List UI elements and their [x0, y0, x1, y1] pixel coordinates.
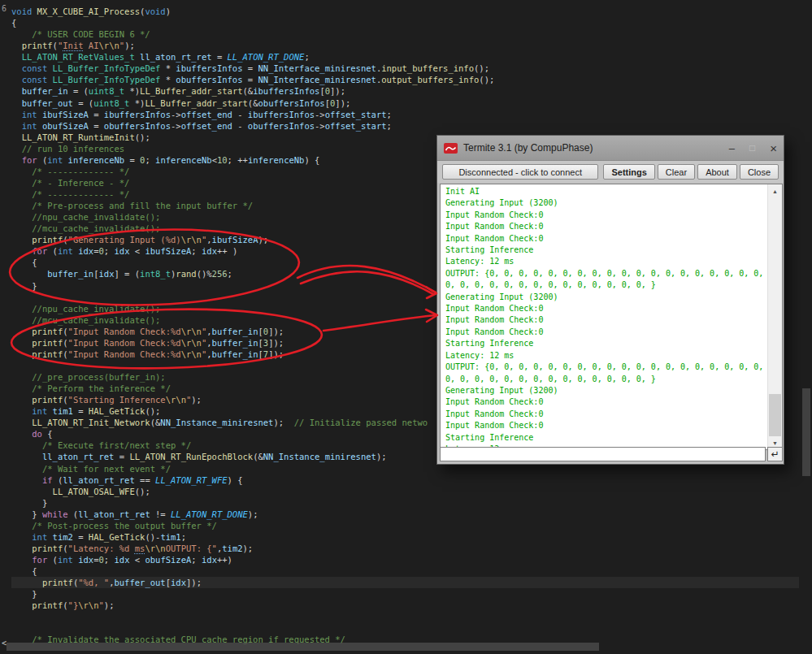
- terminal-line: Latency: 12 ms: [445, 256, 766, 267]
- termite-window: Termite 3.1 (by CompuPhase) – □ × Discon…: [436, 135, 784, 465]
- code-line: [11, 611, 799, 622]
- code-line: buffer_in = (uint8_t *)LL_Buffer_addr_st…: [11, 85, 799, 97]
- terminal-line: Input Random Check:0: [445, 303, 766, 314]
- terminal-input[interactable]: [440, 447, 766, 461]
- code-line: {: [11, 17, 799, 28]
- settings-button[interactable]: Settings: [603, 164, 654, 180]
- terminal-scrollbar[interactable]: ▲ ▼: [767, 184, 782, 449]
- window-title: Termite 3.1 (by CompuPhase): [463, 142, 593, 154]
- termite-app-icon: [444, 143, 458, 154]
- code-line: /* USER CODE BEGIN 6 */: [11, 28, 799, 40]
- terminal-line: 0, 0, 0, 0, 0, 0, 0, 0, 0, 0, 0, 0, 0, 0…: [445, 279, 766, 291]
- maximize-icon[interactable]: □: [749, 143, 755, 153]
- code-line: [11, 622, 799, 634]
- terminal-panel: Init AIGenerating Input (3200)Input Rand…: [440, 184, 783, 450]
- terminal-line: Generating Input (3200): [445, 292, 766, 303]
- code-line: printf("}\r\n");: [11, 600, 799, 611]
- terminal-line: Input Random Check:0: [445, 314, 766, 326]
- editor-horizontal-scrollbar-thumb[interactable]: [7, 643, 599, 651]
- terminal-line: Input Random Check:0: [445, 420, 766, 431]
- code-line: }: [11, 497, 799, 509]
- code-line: printf("Init AI\r\n");: [11, 40, 799, 51]
- code-line: LL_ATON_OSAL_WFE();: [11, 486, 799, 497]
- terminal-line: Starting Inference: [445, 245, 766, 256]
- terminal-line: Init AI: [445, 186, 766, 197]
- code-line: {: [11, 565, 799, 577]
- terminal-line: OUTPUT: {0, 0, 0, 0, 0, 0, 0, 0, 0, 0, 0…: [445, 362, 766, 373]
- send-enter-icon[interactable]: ↵: [767, 447, 783, 461]
- terminal-line: Generating Input (3200): [445, 197, 766, 209]
- terminal-line: 0, 0, 0, 0, 0, 0, 0, 0, 0, 0, 0, 0, 0, 0…: [445, 374, 766, 385]
- close-icon[interactable]: ×: [770, 142, 777, 154]
- terminal-output[interactable]: Init AIGenerating Input (3200)Input Rand…: [445, 186, 766, 448]
- code-line: for (int idx=0; idx < obufSizeA; idx++): [11, 554, 799, 565]
- terminal-line: Input Random Check:0: [445, 396, 766, 408]
- code-line: printf("Latency: %d ms\r\nOUTPUT: {",tim…: [11, 543, 799, 554]
- terminal-scrollbar-thumb[interactable]: [769, 394, 781, 436]
- terminal-line: Input Random Check:0: [445, 409, 766, 420]
- scroll-up-icon[interactable]: ▲: [768, 184, 782, 197]
- terminal-line: Starting Inference: [445, 432, 766, 444]
- terminal-line: Input Random Check:0: [445, 221, 766, 232]
- code-line: int obufSizeA = obuffersInfos->offset_en…: [11, 120, 799, 132]
- terminal-line: Starting Inference: [445, 338, 766, 349]
- terminal-line: Latency: 12 ms: [445, 350, 766, 362]
- code-line: if (ll_aton_rt_ret == LL_ATON_RT_WFE) {: [11, 474, 799, 486]
- code-line: int ibufSizeA = ibuffersInfos->offset_en…: [11, 109, 799, 120]
- code-line: buffer_out = (uint8_t *)LL_Buffer_addr_s…: [11, 97, 799, 109]
- close-button[interactable]: Close: [740, 164, 779, 180]
- code-line: /* Post-process the output buffer */: [11, 520, 799, 531]
- terminal-line: Input Random Check:0: [445, 210, 766, 221]
- code-line: } while (ll_aton_rt_ret != LL_ATON_RT_DO…: [11, 509, 799, 520]
- termite-toolbar: Disconnected - click to connect Settings…: [437, 161, 784, 183]
- code-line: const LL_Buffer_InfoTypeDef * obuffersIn…: [11, 74, 799, 85]
- terminal-line: OUTPUT: {0, 0, 0, 0, 0, 0, 0, 0, 0, 0, 0…: [445, 268, 766, 279]
- terminal-line: Input Random Check:0: [445, 327, 766, 338]
- termite-titlebar[interactable]: Termite 3.1 (by CompuPhase) – □ ×: [437, 136, 784, 161]
- gutter-line-number: 6: [2, 4, 7, 13]
- code-line: const LL_Buffer_InfoTypeDef * ibuffersIn…: [11, 63, 799, 74]
- terminal-line: Generating Input (3200): [445, 385, 766, 396]
- clear-button[interactable]: Clear: [658, 164, 695, 180]
- code-line: printf("%d, ",buffer_out[idx]);: [11, 577, 799, 588]
- terminal-input-row: ↵: [440, 447, 783, 461]
- terminal-line: Input Random Check:0: [445, 233, 766, 245]
- about-button[interactable]: About: [697, 164, 737, 180]
- code-line: }: [11, 588, 799, 600]
- code-line: LL_ATON_RT_RetValues_t ll_aton_rt_ret = …: [11, 51, 799, 63]
- connect-button[interactable]: Disconnected - click to connect: [442, 164, 598, 180]
- code-line: int tim2 = HAL_GetTick()-tim1;: [11, 531, 799, 543]
- code-line: void MX_X_CUBE_AI_Process(void): [11, 6, 799, 17]
- editor-vertical-scrollbar-thumb[interactable]: [802, 388, 810, 476]
- minimize-icon[interactable]: –: [729, 143, 735, 154]
